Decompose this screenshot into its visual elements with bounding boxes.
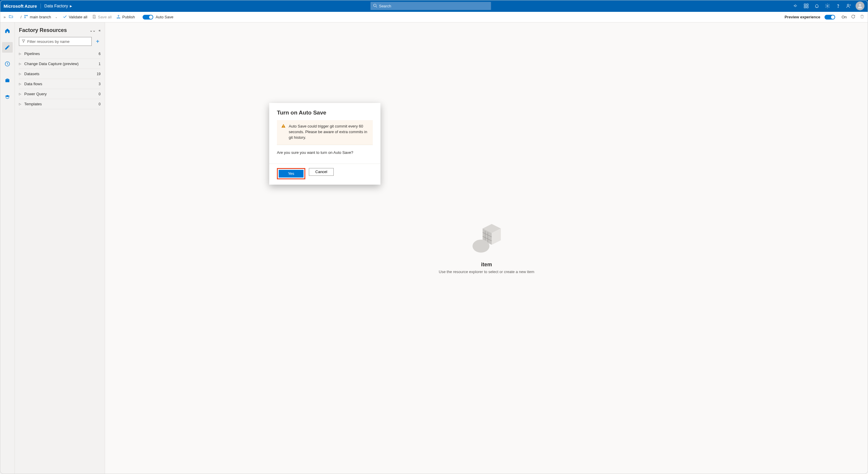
empty-state-icon <box>439 223 534 256</box>
empty-state: item Use the resource explorer to select… <box>439 223 534 274</box>
refresh-icon[interactable] <box>851 14 856 20</box>
svg-rect-14 <box>93 15 95 16</box>
nav-monitor[interactable] <box>2 59 13 69</box>
svg-point-0 <box>374 4 376 6</box>
nav-author[interactable] <box>2 42 13 53</box>
cloud-shell-icon[interactable] <box>793 3 798 8</box>
tree-count: 3 <box>98 82 101 86</box>
save-icon <box>92 14 96 20</box>
checkmark-icon <box>63 14 67 20</box>
chevron-right-icon: ▷ <box>19 102 21 106</box>
folder-icon <box>8 14 13 20</box>
tree-item-datasets[interactable]: ▷ Datasets 19 <box>19 69 101 79</box>
yes-button-highlight: Yes <box>277 168 305 179</box>
chevron-right-icon: ▷ <box>19 72 21 75</box>
cancel-button[interactable]: Cancel <box>309 168 334 176</box>
notifications-icon[interactable] <box>814 3 819 8</box>
warning-icon <box>281 124 286 140</box>
authoring-canvas: item Use the resource explorer to select… <box>105 23 868 474</box>
publish-label: Publish <box>122 15 135 19</box>
tree-label: Templates <box>24 102 98 106</box>
tree-count: 6 <box>98 52 101 56</box>
svg-point-7 <box>827 5 828 7</box>
preview-experience-label: Preview experience <box>784 15 820 19</box>
filter-resources-box[interactable] <box>19 37 92 46</box>
svg-rect-15 <box>93 17 95 18</box>
chevron-right-icon: ▷ <box>19 62 21 65</box>
svg-point-12 <box>25 17 26 18</box>
factory-resources-panel: Factory Resources ⌄⌄ « + ▷ Pipelines 6 ▷… <box>15 23 105 474</box>
tree-count: 0 <box>98 92 101 96</box>
authoring-toolbar: » / main branch ⌄ Validate all Save all … <box>0 12 868 23</box>
tree-item-templates[interactable]: ▷ Templates 0 <box>19 99 101 109</box>
svg-point-8 <box>838 7 838 7</box>
chevron-right-icon: ▷ <box>19 92 21 96</box>
svg-rect-3 <box>807 4 808 5</box>
help-icon[interactable] <box>835 3 841 8</box>
directory-switch-icon[interactable] <box>804 3 809 8</box>
global-search-input[interactable] <box>379 4 489 8</box>
svg-point-10 <box>859 4 861 6</box>
branch-dropdown[interactable]: main branch ⌄ <box>24 14 58 20</box>
user-avatar[interactable] <box>856 1 864 10</box>
empty-title-suffix: item <box>481 261 492 267</box>
tree-label: Power Query <box>24 92 98 96</box>
svg-point-11 <box>25 15 26 16</box>
autosave-confirm-dialog: Turn on Auto Save Auto Save could trigge… <box>269 103 380 185</box>
publish-icon <box>116 14 121 20</box>
dialog-question: Are you sure you want to turn on Auto Sa… <box>277 150 373 155</box>
tree-item-powerquery[interactable]: ▷ Power Query 0 <box>19 89 101 99</box>
svg-rect-25 <box>283 127 283 127</box>
svg-rect-5 <box>807 6 808 8</box>
delete-icon[interactable] <box>860 14 864 20</box>
filter-icon <box>22 39 26 44</box>
breadcrumb-separator: / <box>21 15 22 19</box>
svg-point-9 <box>847 4 849 6</box>
pin-collapse-icon[interactable]: « <box>98 28 101 33</box>
preview-toggle[interactable] <box>825 15 835 20</box>
expand-collapse-icon[interactable]: ⌄⌄ <box>90 28 96 33</box>
svg-rect-4 <box>804 6 806 8</box>
global-search[interactable] <box>370 2 491 10</box>
svg-rect-16 <box>117 18 120 18</box>
svg-rect-2 <box>804 4 806 5</box>
dialog-warning-text: Auto Save could trigger git commit every… <box>289 124 369 140</box>
tree-label: Datasets <box>24 72 97 76</box>
yes-button[interactable]: Yes <box>279 170 304 178</box>
tree-label: Change Data Capture (preview) <box>24 62 98 66</box>
service-breadcrumb[interactable]: Data Factory <box>44 4 68 8</box>
empty-subtitle: Use the resource explorer to select or c… <box>439 270 534 274</box>
resource-tree: ▷ Pipelines 6 ▷ Change Data Capture (pre… <box>19 49 101 109</box>
tree-item-cdc[interactable]: ▷ Change Data Capture (preview) 1 <box>19 59 101 69</box>
tree-label: Data flows <box>24 82 98 86</box>
preview-state-label: On <box>842 15 847 19</box>
settings-gear-icon[interactable] <box>825 3 830 8</box>
search-icon <box>373 4 377 8</box>
dialog-warning-box: Auto Save could trigger git commit every… <box>277 120 373 145</box>
publish-button[interactable]: Publish <box>116 14 135 20</box>
tree-count: 0 <box>98 102 101 106</box>
tree-item-pipelines[interactable]: ▷ Pipelines 6 <box>19 49 101 59</box>
svg-line-1 <box>376 6 377 7</box>
add-resource-button[interactable]: + <box>95 38 101 45</box>
nav-manage[interactable] <box>2 75 13 86</box>
svg-point-23 <box>472 240 489 253</box>
nav-learn[interactable] <box>2 92 13 102</box>
left-nav-rail <box>0 23 15 474</box>
filter-resources-input[interactable] <box>27 39 89 44</box>
resource-root-button[interactable] <box>8 14 13 20</box>
nav-home[interactable] <box>2 26 13 36</box>
validate-all-button[interactable]: Validate all <box>63 14 87 20</box>
chevron-down-icon: ⌄ <box>55 15 57 19</box>
collapse-chevron-icon[interactable]: » <box>4 15 6 19</box>
panel-heading: Factory Resources <box>19 27 67 33</box>
azure-topbar: Microsoft Azure Data Factory ▶ <box>0 0 868 12</box>
feedback-icon[interactable] <box>846 3 851 8</box>
autosave-label: Auto Save <box>156 15 173 19</box>
autosave-toggle[interactable] <box>143 15 153 20</box>
validate-all-label: Validate all <box>69 15 87 19</box>
tree-item-dataflows[interactable]: ▷ Data flows 3 <box>19 79 101 89</box>
branch-icon <box>24 14 28 20</box>
brand-label[interactable]: Microsoft Azure <box>4 4 41 8</box>
svg-rect-24 <box>283 125 283 126</box>
